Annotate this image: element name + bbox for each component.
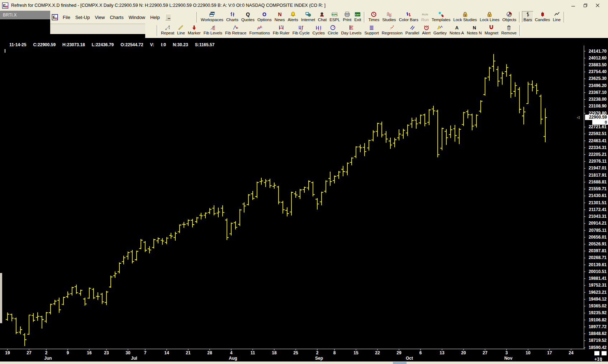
date-axis-label: 2 <box>41 350 51 355</box>
toolbar-draw-button-fib-cycle[interactable]: FFib Cycle <box>291 24 311 35</box>
toolbar-draw-button-notes-n[interactable]: NNotes N <box>465 24 483 35</box>
toolbar-main-button-chat[interactable]: Chat <box>317 11 328 22</box>
chart-plot-area[interactable] <box>0 38 584 349</box>
toolbar-main-button-templates[interactable]: Templates <box>430 11 452 22</box>
toolbar-main-button-lock-lines[interactable]: LLock Lines <box>478 11 501 22</box>
price-axis-label: 24012.60 <box>585 56 607 61</box>
remove-icon <box>506 25 512 30</box>
price-axis-label: 20139.61 <box>585 262 607 268</box>
toolbar-draw-button-gartley[interactable]: Gartley <box>432 24 448 35</box>
minimize-button[interactable] <box>567 1 579 10</box>
toolbar-main-button-bars[interactable]: Bars <box>522 11 533 23</box>
fib-ruler-icon: F <box>278 25 284 30</box>
toolbar-main-button-label: Templates <box>432 17 450 22</box>
toolbar-main-button-workspaces[interactable]: Workspaces <box>199 11 225 22</box>
price-axis-label: 19881.41 <box>585 276 607 281</box>
toolbar-draw-button-alert[interactable]: Alert <box>421 24 432 35</box>
toolbar-draw-button-label: Support <box>364 30 379 35</box>
menu-item-charts[interactable]: Charts <box>107 14 126 21</box>
restore-button[interactable] <box>579 1 592 10</box>
price-axis-label: 19365.02 <box>585 303 607 309</box>
lock-lines-icon: L <box>486 11 493 17</box>
toolbar-main-button-internet[interactable]: Internet <box>300 11 317 22</box>
date-axis-month-label: Aug <box>227 356 239 361</box>
menu-item-file[interactable]: File <box>60 14 73 21</box>
magnet-icon <box>488 25 494 30</box>
svg-text:L: L <box>489 14 490 16</box>
toolbar-main-button-news[interactable]: NNews <box>273 11 286 22</box>
toolbar-main-button-times[interactable]: Times <box>367 11 381 22</box>
toolbar-main-button-alerts[interactable]: Alerts <box>286 11 299 22</box>
toolbar-main-button-line[interactable]: Line <box>551 11 562 22</box>
menu-item-help[interactable]: Help <box>148 14 162 21</box>
toolbar-main-button-candles[interactable]: Candles <box>533 11 551 22</box>
toolbar-draw-button-repeat[interactable]: 1Repeat <box>160 24 176 35</box>
toolbar-draw-button-fib-ruler[interactable]: FFib Ruler <box>271 24 291 35</box>
price-axis-label: 21301.51 <box>585 200 607 206</box>
price-axis-label: 21688.81 <box>585 179 607 185</box>
toolbar-main-button-label: Studies <box>382 17 396 22</box>
toolbar-draw-button-circle[interactable]: Circle <box>326 24 339 35</box>
toolbar-main-button-exit[interactable]: EXITExit <box>353 11 362 22</box>
toolbar-main-button-color-bars[interactable]: Color Bars <box>398 11 420 22</box>
toolbar-main-button-studies[interactable]: Studies <box>381 11 397 22</box>
toolbar-draw-button-label: Notes A <box>450 30 464 35</box>
toolbar-draw-button-notes-a[interactable]: ANotes A <box>448 24 465 35</box>
toolbar-main-button-label: Run <box>421 17 429 22</box>
toolbar-draw-button-label: Fib Retrace <box>225 30 246 35</box>
toolbar-draw-button-remove[interactable]: Remove <box>500 24 518 35</box>
toolbar-draw-button-day-levels[interactable]: Day Levels <box>340 24 363 35</box>
menu-item-set-up[interactable]: Set-Up <box>73 14 92 21</box>
gartley-icon <box>437 25 443 30</box>
toolbar-main-button-label: Exit <box>354 17 361 22</box>
menu-item-window[interactable]: Window <box>126 14 148 21</box>
toolbar-draw-button-line[interactable]: Line <box>176 24 186 35</box>
toolbar-draw-button-magnet[interactable]: Magnet <box>483 24 500 35</box>
close-button[interactable] <box>592 1 604 10</box>
toolbar-main-button-lock-studies[interactable]: SLock Studies <box>452 11 478 22</box>
chart-window-corner-panel <box>50 24 145 34</box>
date-axis-label: 21 <box>183 350 193 355</box>
corner-box-1[interactable] <box>594 351 599 355</box>
date-axis-label: 27 <box>24 350 34 355</box>
current-price-secondary: 0 <box>592 120 608 125</box>
svg-text:w: w <box>54 16 57 20</box>
menu-item-view[interactable]: View <box>92 14 107 21</box>
toolbar-draw-button-fib-retrace[interactable]: Fib Retrace <box>224 24 248 35</box>
toolbar-draw-button-label: Gartley <box>433 30 447 35</box>
toolbar-draw-button-parallel[interactable]: Parallel <box>404 24 421 35</box>
date-axis-month-label: Jun <box>42 356 54 361</box>
toolbar-draw-button-support[interactable]: Support <box>363 24 380 35</box>
date-axis-month-label: Oct <box>403 356 415 361</box>
toolbar-main-button-charts[interactable]: Charts <box>225 11 240 22</box>
bars-icon <box>525 11 531 17</box>
price-axis-label: 21559.71 <box>585 186 607 192</box>
toolbar-draw-button-regression[interactable]: Regression <box>380 24 404 35</box>
price-axis-label: 20914.21 <box>585 221 607 226</box>
toolbar-draw-button-marker[interactable]: Marker <box>186 24 202 35</box>
price-axis-label: 23625.30 <box>585 76 607 81</box>
background-window-titlebar[interactable]: BRTI.X <box>0 11 50 19</box>
toolbar-main-button-label: Line <box>553 17 561 22</box>
toolbar-draw-button-fib-levels[interactable]: Fib Levels <box>202 24 224 35</box>
toolbar-main-button-label: Print <box>343 17 352 22</box>
toolbar-draw-button-label: Fib Ruler <box>273 30 290 35</box>
date-axis-label: 23 <box>101 350 111 355</box>
corner-box-2[interactable] <box>602 351 607 355</box>
fib-cycle-icon: F <box>298 25 304 30</box>
background-window-body <box>0 19 50 38</box>
day-levels-icon <box>348 25 354 30</box>
svg-text:N: N <box>472 25 476 30</box>
toolbar-main-button-options[interactable]: OOptions <box>256 11 273 22</box>
toolbar-draw-button-label: Cycles <box>313 30 325 35</box>
toolbar-main-button-print[interactable]: Print <box>342 11 353 22</box>
toolbar-draw-button-formations[interactable]: Formations <box>248 24 271 35</box>
toolbar-main-button-objects[interactable]: Objects <box>501 11 518 22</box>
toolbar-draw-button-cycles[interactable]: Cycles <box>311 24 327 35</box>
iq-feed-logo: +IQ <box>594 357 602 362</box>
toolbar-draw-separator <box>157 25 158 36</box>
support-icon <box>369 25 375 30</box>
toolbar-main-button-quotes[interactable]: QQuotes <box>240 11 256 22</box>
toolbar-main-button-espl[interactable]: ESPLESPL <box>328 11 341 22</box>
toolbar-draw: 1RepeatLineMarkerFib LevelsFib RetraceFo… <box>145 24 608 38</box>
